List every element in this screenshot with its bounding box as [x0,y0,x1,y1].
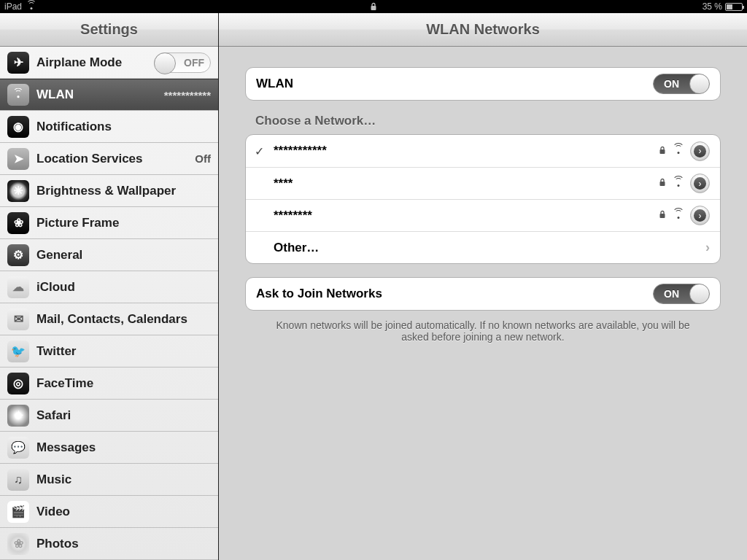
network-row[interactable]: **** › [246,167,720,199]
brightness-icon: ☀ [7,180,29,202]
network-name: *********** [274,144,327,158]
wlan-toggle-label: WLAN [256,77,293,91]
sidebar-title: Settings [0,13,218,47]
signal-icon [673,211,684,220]
ask-join-cell: Ask to Join Networks ON [246,278,720,310]
sidebar-item-label: Messages [36,440,96,455]
lock-icon [370,2,377,11]
photos-icon: ❀ [7,533,29,555]
airplane-icon: ✈ [7,52,29,74]
sidebar-item-location-services[interactable]: ➤ Location Services Off [0,143,218,175]
sidebar-item-video[interactable]: 🎬 Video [0,496,218,528]
ask-join-switch[interactable]: ON [653,284,710,304]
svg-rect-2 [660,182,665,186]
ask-join-footer: Known networks will be joined automatica… [267,319,699,343]
sidebar-item-airplane-mode[interactable]: ✈ Airplane Mode OFF [0,47,218,79]
sidebar-item-label: Safari [36,408,71,423]
wlan-toggle-cell: WLAN ON [246,68,720,100]
sidebar-item-label: FaceTime [36,376,93,391]
status-bar: iPad 35 % [0,0,747,13]
lock-icon [658,146,667,157]
gear-icon: ⚙ [7,244,29,266]
signal-icon [673,147,684,155]
video-icon: 🎬 [7,501,29,523]
svg-rect-3 [660,214,665,218]
sidebar-item-label: iCloud [36,280,75,295]
svg-rect-1 [660,149,665,154]
sidebar-item-label: Photos [36,537,79,551]
twitter-icon: 🐦 [7,341,29,362]
airplane-toggle[interactable]: OFF [154,52,211,73]
mail-icon: ✉ [7,308,29,330]
sidebar-item-safari[interactable]: ✦ Safari [0,400,218,432]
lock-icon [658,210,667,221]
sidebar-item-label: Mail, Contacts, Calendars [36,312,187,327]
sidebar-item-music[interactable]: ♫ Music [0,464,218,496]
wifi-icon [7,84,29,106]
ask-join-label: Ask to Join Networks [256,287,382,301]
picture-frame-icon: ❀ [7,212,29,234]
network-detail-button[interactable]: › [690,206,710,225]
network-name: ******** [274,209,312,223]
wlan-toggle-group: WLAN ON [245,67,721,101]
sidebar-item-icloud[interactable]: ☁ iCloud [0,271,218,303]
svg-rect-0 [371,6,376,10]
sidebar-item-general[interactable]: ⚙ General [0,239,218,271]
sidebar-item-label: Brightness & Wallpaper [36,184,176,198]
sidebar-item-label: Airplane Mode [36,55,122,70]
sidebar-item-mail-contacts-calendars[interactable]: ✉ Mail, Contacts, Calendars [0,303,218,335]
detail-title: WLAN Networks [219,13,747,47]
network-row[interactable]: ******** › [246,199,720,231]
network-detail-button[interactable]: › [690,174,710,193]
sidebar-item-label: Twitter [36,344,76,359]
detail-panel: WLAN Networks WLAN ON Choose a Network… [219,13,747,560]
sidebar-item-label: Music [36,472,71,487]
sidebar-item-label: Notifications [36,120,112,134]
ask-join-group: Ask to Join Networks ON [245,277,721,311]
other-label: Other… [274,241,319,255]
sidebar-item-label: Location Services [36,152,143,166]
network-row-connected[interactable]: ✓ *********** › [246,135,720,167]
location-icon: ➤ [7,148,29,170]
sidebar-item-value: *********** [164,89,211,101]
device-label: iPad [4,1,22,12]
choose-network-header: Choose a Network… [255,114,721,128]
sidebar-item-brightness-wallpaper[interactable]: ☀ Brightness & Wallpaper [0,175,218,207]
network-other-row[interactable]: Other… › [246,231,720,263]
network-detail-button[interactable]: › [690,141,710,161]
network-name: **** [274,176,293,191]
battery-percent: 35 % [703,1,722,12]
sidebar-item-twitter[interactable]: 🐦 Twitter [0,335,218,368]
sidebar-item-label: General [36,248,82,262]
safari-icon: ✦ [7,405,29,427]
facetime-icon: ◎ [7,373,29,394]
sidebar-item-photos[interactable]: ❀ Photos [0,528,218,560]
sidebar-item-label: WLAN [36,88,74,102]
sidebar-item-value: Off [195,152,211,165]
battery-icon [725,3,743,11]
sidebar-item-picture-frame[interactable]: ❀ Picture Frame [0,207,218,239]
messages-icon: 💬 [7,437,29,459]
settings-sidebar: Settings ✈ Airplane Mode OFF WLAN ******… [0,13,219,560]
notifications-icon: ◉ [7,116,29,138]
signal-icon [673,179,684,188]
wlan-switch[interactable]: ON [653,74,710,94]
lock-icon [658,178,667,189]
sidebar-item-messages[interactable]: 💬 Messages [0,432,218,464]
checkmark-icon: ✓ [255,144,264,158]
networks-group: ✓ *********** › **** › [245,134,721,264]
sidebar-item-wlan[interactable]: WLAN *********** [0,79,218,111]
sidebar-item-notifications[interactable]: ◉ Notifications [0,111,218,143]
sidebar-item-label: Picture Frame [36,216,119,230]
music-icon: ♫ [7,469,29,491]
sidebar-item-facetime[interactable]: ◎ FaceTime [0,368,218,400]
sidebar-item-label: Video [36,505,70,519]
chevron-right-icon: › [705,240,710,255]
wifi-icon [26,3,36,10]
cloud-icon: ☁ [7,276,29,298]
